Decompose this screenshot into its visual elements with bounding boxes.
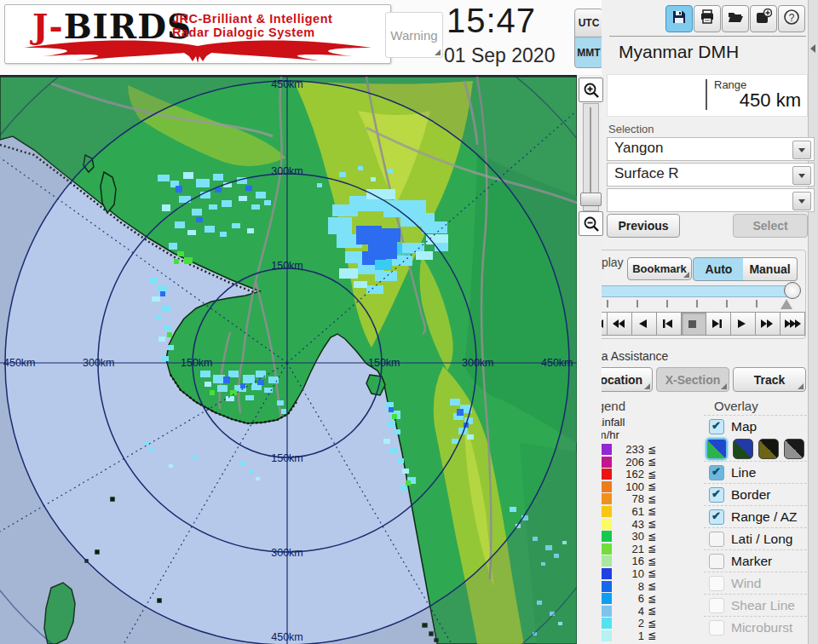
- checkbox[interactable]: [709, 487, 724, 503]
- legend-lte-symbol: ≦: [648, 567, 656, 579]
- legend-value: 2: [612, 617, 644, 630]
- fast-forward-3-button[interactable]: [780, 312, 805, 336]
- legend-value: 21: [612, 543, 644, 555]
- checkbox[interactable]: [709, 509, 724, 525]
- magnifier-minus-icon: [583, 216, 600, 233]
- legend-lte-symbol: ≦: [648, 505, 656, 517]
- overlay-label: Overlay: [714, 399, 758, 413]
- overlay-item-line[interactable]: Line: [704, 461, 807, 483]
- radar-map[interactable]: 450km300km150km150km300km450km450km300km…: [0, 75, 577, 644]
- legend-lte-symbol: ≦: [648, 555, 656, 567]
- utc-button[interactable]: UTC: [574, 9, 603, 37]
- add-image-button[interactable]: [750, 5, 777, 32]
- checkbox[interactable]: [709, 532, 724, 547]
- warning-button[interactable]: Warning: [385, 12, 443, 58]
- magnifier-plus-icon: [583, 82, 600, 99]
- checkbox[interactable]: [709, 465, 724, 480]
- map-style-swatch-2[interactable]: [733, 439, 753, 459]
- slider-tick: [696, 300, 698, 308]
- overlay-item-label: Lati / Long: [731, 532, 792, 547]
- checkbox[interactable]: [709, 419, 724, 434]
- product-dropdown[interactable]: Surface R: [607, 163, 815, 187]
- play-reverse-icon: [637, 319, 653, 328]
- clock-date: 01 Sep 2020: [444, 44, 555, 67]
- help-button[interactable]: ?: [778, 5, 805, 32]
- legend-value: 162: [612, 468, 644, 480]
- overlay-item-label: Shear Line: [731, 598, 795, 613]
- step-forward-button[interactable]: [706, 312, 731, 336]
- option-dropdown[interactable]: [607, 188, 815, 212]
- auto-button[interactable]: Auto: [693, 257, 745, 281]
- legend-lte-symbol: ≦: [648, 493, 656, 505]
- checkbox: [709, 576, 724, 591]
- open-folder-button[interactable]: [722, 5, 749, 32]
- svg-text:?: ?: [789, 12, 795, 24]
- play-button[interactable]: [730, 312, 756, 336]
- overlay-item-label: Line: [731, 465, 756, 480]
- manual-button[interactable]: Manual: [743, 257, 798, 281]
- track-button[interactable]: Track: [733, 367, 806, 392]
- ring-label: 150km: [271, 260, 303, 272]
- legend-row: 43≦: [586, 519, 697, 530]
- checkbox: [709, 598, 724, 613]
- ring-label: 450km: [541, 357, 573, 369]
- dropdown-arrow-icon[interactable]: [792, 166, 811, 185]
- previous-button[interactable]: Previous: [607, 214, 680, 238]
- overlay-item-marker[interactable]: Marker: [704, 549, 807, 572]
- replay-slider-handle[interactable]: [784, 282, 801, 299]
- replay-slider-track[interactable]: [586, 285, 798, 297]
- map-style-swatch-1[interactable]: [706, 438, 728, 460]
- map-style-swatches: [704, 437, 807, 461]
- overlay-item-wind: Wind: [704, 572, 807, 594]
- map-style-swatch-3[interactable]: [758, 439, 779, 459]
- divider: [609, 36, 806, 37]
- overlay-item-range-az[interactable]: Range / AZ: [704, 505, 807, 527]
- overlay-list: MapLineBorderRange / AZLati / LongMarker…: [704, 415, 807, 638]
- dropdown-arrow-icon[interactable]: [792, 192, 811, 210]
- legend-lte-symbol: ≦: [648, 605, 656, 617]
- legend-lte-symbol: ≦: [648, 580, 656, 592]
- open-folder-icon: [727, 9, 744, 29]
- slider-tick: [726, 300, 728, 308]
- play-reverse-button[interactable]: [631, 312, 657, 336]
- ring-label: 450km: [3, 357, 36, 369]
- legend-value: 16: [612, 555, 644, 567]
- step-back-button[interactable]: [656, 312, 682, 336]
- legend-lte-symbol: ≦: [648, 456, 656, 468]
- stop-button[interactable]: [681, 312, 706, 336]
- overlay-item-border[interactable]: Border: [704, 483, 807, 505]
- print-icon: [699, 9, 716, 29]
- legend-row: 21≦: [586, 543, 697, 555]
- legend-row: 8≦: [586, 581, 697, 592]
- slider-tick: [756, 300, 758, 308]
- overlay-item-label: Microburst: [731, 620, 792, 635]
- overlay-item-lati-long[interactable]: Lati / Long: [704, 527, 807, 549]
- dropdown-arrow-icon[interactable]: [792, 141, 811, 159]
- range-value: 450 km: [706, 89, 801, 112]
- zoom-slider-handle[interactable]: [580, 193, 602, 206]
- zoom-out-button[interactable]: [579, 211, 603, 236]
- site-dropdown[interactable]: Yangon: [607, 137, 815, 161]
- legend-scale: 233≦206≦162≦100≦78≦61≦43≦30≦21≦16≦10≦8≦6…: [586, 444, 697, 643]
- ring-label: 150km: [368, 357, 400, 369]
- overlay-item-map[interactable]: Map: [704, 415, 807, 437]
- mmt-button[interactable]: MMT: [574, 37, 603, 68]
- checkbox[interactable]: [709, 554, 724, 569]
- fast-forward-2-button[interactable]: [755, 312, 781, 336]
- fast-rewind-2-button[interactable]: [607, 312, 632, 336]
- zoom-in-button[interactable]: [579, 78, 603, 102]
- fast-forward-2-icon: [760, 319, 776, 328]
- print-button[interactable]: [694, 5, 721, 32]
- legend-row: 6≦: [586, 593, 697, 604]
- clock-time: 15:47: [446, 2, 536, 40]
- slider-tick: [666, 300, 668, 308]
- map-style-swatch-4[interactable]: [784, 439, 804, 459]
- panel-collapse-strip[interactable]: [808, 0, 818, 644]
- slider-end-marker: [781, 299, 792, 309]
- ring-label: 300km: [271, 547, 303, 559]
- save-button[interactable]: [665, 5, 693, 32]
- legend-row: 16≦: [586, 555, 697, 566]
- legend-row: 1≦: [586, 630, 697, 641]
- radar-map-canvas[interactable]: 450km300km150km150km300km450km450km300km…: [0, 77, 577, 644]
- bookmark-button[interactable]: Bookmark: [627, 257, 692, 280]
